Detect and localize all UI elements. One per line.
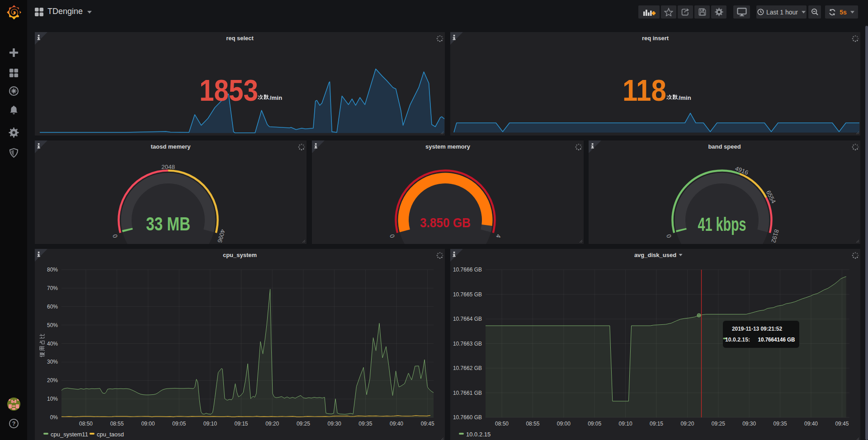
svg-text:09:00: 09:00 [141,421,155,427]
svg-text:0: 0 [111,234,118,239]
svg-text:10.7663 GB: 10.7663 GB [453,341,482,347]
svg-text:system memory: system memory [425,143,471,150]
svg-text:09:30: 09:30 [328,421,341,427]
svg-text:41 kbps: 41 kbps [698,214,746,235]
svg-text:50%: 50% [47,322,58,328]
svg-text:10.7665 GB: 10.7665 GB [453,291,482,298]
svg-text:70%: 70% [47,285,58,291]
svg-text:taosd memery: taosd memery [151,143,191,150]
svg-text:09:30: 09:30 [742,421,756,427]
svg-text:2019-11-13 09:21:52: 2019-11-13 09:21:52 [732,325,782,332]
svg-text:60%: 60% [47,304,58,310]
svg-text:avg_disk_used: avg_disk_used [634,252,676,258]
svg-text:band speed: band speed [708,143,741,150]
svg-text:4: 4 [495,234,502,239]
svg-text:10.7661 GB: 10.7661 GB [453,390,482,396]
svg-text:1853: 1853 [199,74,258,107]
svg-text:/min: /min [679,94,691,101]
svg-text:10.0.2.15:: 10.0.2.15: [725,336,750,343]
svg-text:08:55: 08:55 [526,421,539,427]
svg-text:08:50: 08:50 [79,421,93,427]
svg-text:09:00: 09:00 [557,421,571,427]
svg-text:30%: 30% [47,359,58,365]
svg-text:req insert: req insert [642,35,669,42]
svg-text:80%: 80% [47,267,58,273]
svg-text:0: 0 [388,234,396,239]
svg-text:09:25: 09:25 [297,421,310,427]
svg-text:33 MB: 33 MB [146,213,190,234]
svg-text:09:10: 09:10 [619,421,632,427]
svg-text:20%: 20% [47,377,58,384]
svg-text:09:40: 09:40 [804,421,818,427]
svg-text:10.7660 GB: 10.7660 GB [453,414,482,421]
svg-text:?: ? [12,421,16,427]
svg-text:0: 0 [665,234,672,239]
svg-text:09:35: 09:35 [359,421,372,427]
svg-text:10.7664 GB: 10.7664 GB [453,316,482,322]
svg-text:4096: 4096 [216,229,226,243]
svg-text:09:05: 09:05 [588,421,601,427]
svg-text:09:15: 09:15 [234,421,248,427]
svg-text:09:35: 09:35 [774,421,787,427]
svg-text:/min: /min [270,94,283,101]
svg-text:2048: 2048 [161,164,175,170]
svg-text:10%: 10% [47,396,58,402]
svg-text:09:20: 09:20 [680,421,694,427]
svg-text:09:45: 09:45 [421,421,434,427]
svg-text:cpu_taosd: cpu_taosd [97,431,124,438]
svg-text:cpu_system: cpu_system [223,252,257,258]
svg-text:0%: 0% [50,414,58,421]
svg-text:09:25: 09:25 [712,421,725,427]
svg-text:10.0.2.15: 10.0.2.15 [466,431,491,438]
svg-text:118: 118 [623,74,666,107]
svg-text:10.7662 GB: 10.7662 GB [453,365,482,371]
svg-text:09:05: 09:05 [172,421,186,427]
svg-text:8192: 8192 [770,229,780,243]
svg-text:09:15: 09:15 [650,421,663,427]
svg-text:09:45: 09:45 [835,421,849,427]
svg-text:10.7664146 GB: 10.7664146 GB [758,336,795,343]
svg-text:09:20: 09:20 [265,421,279,427]
svg-text:3.850 GB: 3.850 GB [420,215,471,230]
svg-text:08:55: 08:55 [110,421,124,427]
svg-text:08:50: 08:50 [495,421,509,427]
svg-text:40%: 40% [47,341,58,347]
svg-text:cpu_system11: cpu_system11 [51,431,88,438]
svg-text:09:10: 09:10 [203,421,217,427]
svg-text:req select: req select [226,35,254,42]
svg-text:10.7666 GB: 10.7666 GB [453,267,482,273]
svg-text:09:40: 09:40 [390,421,403,427]
